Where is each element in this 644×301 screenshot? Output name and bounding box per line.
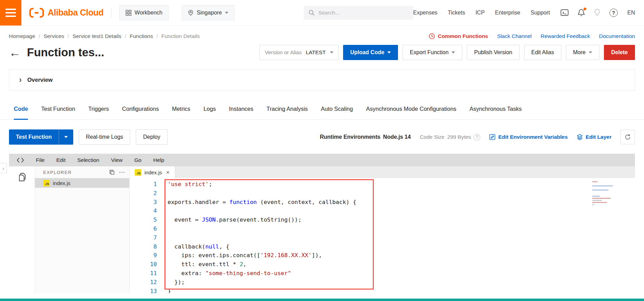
upload-code-button[interactable]: Upload Code [343, 45, 398, 60]
edit-environment-variables-link[interactable]: Edit Environment Variables [489, 134, 568, 140]
tab-test-function[interactable]: Test Function [41, 106, 75, 120]
publish-version-button[interactable]: Publish Version [467, 45, 519, 60]
files-explorer-icon[interactable] [17, 172, 27, 293]
code-token: (event, context, callback) { [257, 199, 356, 205]
workbench-button[interactable]: Workbench [119, 5, 169, 20]
export-function-button[interactable]: Export Function [402, 45, 462, 60]
code-text: }); [157, 278, 185, 287]
tab-auto-scaling[interactable]: Auto Scaling [321, 106, 353, 120]
open-editors-icon[interactable] [109, 169, 115, 175]
edit-env-label: Edit Environment Variables [498, 134, 568, 140]
menu-item-view[interactable]: View [111, 157, 122, 163]
overview-label: Overview [27, 77, 53, 83]
file-name: index.js [53, 180, 70, 186]
runtime-value: Node.js 14 [383, 134, 411, 140]
code-editor[interactable]: 1'use strict';23exports.handler = functi… [130, 178, 635, 293]
deploy-button[interactable]: Deploy [136, 129, 168, 145]
minimap[interactable] [592, 181, 614, 207]
menu-item-go[interactable]: Go [134, 157, 142, 163]
notifications-bell-icon[interactable] [578, 9, 585, 17]
topbar-nav-item-expenses[interactable]: Expenses [413, 10, 437, 16]
code-token: 2 [240, 261, 243, 268]
breadcrumb-item[interactable]: Services [44, 33, 64, 39]
menu-item-file[interactable]: File [36, 157, 45, 163]
breadcrumb-item[interactable]: Functions [130, 33, 153, 39]
slack-channel-link[interactable]: Slack Channel [497, 33, 532, 39]
lightbulb-icon[interactable] [594, 9, 600, 17]
topbar-nav: ExpensesTicketsICPEnterpriseSupport [413, 10, 550, 16]
topbar-nav-item-enterprise[interactable]: Enterprise [495, 10, 520, 16]
more-actions-icon[interactable]: ⋯ [119, 169, 125, 175]
code-text: ttl: event.ttl * 2, [157, 260, 247, 269]
logo-text: Alibaba Cloud [48, 8, 104, 18]
line-number: 1 [130, 180, 157, 189]
panel-expander[interactable]: › [0, 163, 7, 173]
language-switcher[interactable]: EN [627, 10, 635, 16]
tab-tracing-analysis[interactable]: Tracing Analysis [266, 106, 308, 120]
edit-layer-label: Edit Layer [586, 134, 612, 140]
back-arrow-icon[interactable]: ← [9, 47, 21, 58]
code-token: .parse(event.toString()); [216, 216, 301, 223]
action-bar: Test Function Real-time Logs Deploy Runt… [0, 129, 644, 145]
console-terminal-icon[interactable] [560, 9, 569, 16]
tab-code[interactable]: Code [14, 106, 28, 120]
topbar-nav-item-icp[interactable]: ICP [475, 10, 485, 16]
code-token: 'use strict' [168, 181, 209, 187]
breadcrumb-row: Homepage/Services/Service test1 Details/… [0, 33, 644, 39]
editor-tab-indexjs[interactable]: JS index.js × [130, 166, 175, 178]
breadcrumb: Homepage/Services/Service test1 Details/… [9, 33, 200, 39]
edit-alias-button[interactable]: Edit Alias [524, 45, 561, 60]
minimap-line [592, 200, 602, 201]
documentation-link[interactable]: Documentation [599, 33, 635, 39]
editor-tab-label: index.js [144, 169, 162, 175]
code-text: 'use strict'; [157, 180, 212, 189]
tab-triggers[interactable]: Triggers [88, 106, 109, 120]
line-number: 10 [130, 260, 157, 269]
delete-button[interactable]: Delete [604, 45, 635, 60]
edit-layer-link[interactable]: Edit Layer [577, 134, 612, 140]
javascript-file-icon: JS [135, 169, 141, 176]
explorer-actions: ⋯ [109, 169, 125, 175]
more-button[interactable]: More [566, 45, 599, 60]
explorer-panel: EXPLORER ⋯ JS index.js [35, 166, 130, 293]
info-question-icon[interactable]: ? [474, 134, 480, 140]
realtime-logs-button[interactable]: Real-time Logs [79, 129, 131, 145]
code-token: ]), [312, 252, 322, 259]
code-line: 9 ips: event.ips.concat(['192.168.XX.XX'… [130, 251, 635, 260]
minimap-line [592, 190, 608, 191]
overview-panel[interactable]: › Overview [9, 69, 635, 90]
test-function-button[interactable]: Test Function [9, 129, 59, 145]
menu-item-selection[interactable]: Selection [77, 157, 100, 163]
topbar-nav-item-tickets[interactable]: Tickets [448, 10, 465, 16]
tab-metrics[interactable]: Metrics [172, 106, 190, 120]
tab-logs[interactable]: Logs [203, 106, 216, 120]
topbar: Alibaba Cloud Workbench Singapore [0, 0, 644, 26]
test-function-split-button[interactable]: Test Function [9, 129, 73, 145]
hamburger-menu-icon[interactable] [0, 0, 21, 26]
menu-item-help[interactable]: Help [153, 157, 164, 163]
help-icon[interactable]: ? [609, 9, 618, 17]
rewarded-feedback-link[interactable]: Rewarded Feedback [541, 33, 590, 39]
version-alias-select[interactable]: Version or Alias LATEST [259, 45, 338, 60]
breadcrumb-item[interactable]: Homepage [9, 33, 35, 39]
close-icon[interactable]: × [166, 169, 170, 175]
runtime-environment: Runtime Environments Node.js 14 [320, 134, 411, 140]
global-search[interactable] [304, 6, 413, 20]
file-tree-item-indexjs[interactable]: JS index.js [35, 178, 129, 188]
menu-item-edit[interactable]: Edit [56, 157, 66, 163]
breadcrumb-item[interactable]: Service test1 Details [73, 33, 121, 39]
region-selector[interactable]: Singapore [182, 5, 235, 20]
code-token: '192.168.XX.XX' [260, 252, 312, 259]
editor-column: JS index.js × 1'use strict';23exports.ha… [130, 166, 635, 293]
tab-asynchronous-mode-configurations[interactable]: Asynchronous Mode Configurations [366, 106, 456, 120]
search-input[interactable] [318, 10, 408, 16]
tab-asynchronous-tasks[interactable]: Asynchronous Tasks [470, 106, 522, 120]
common-functions-link[interactable]: Common Functions [429, 33, 488, 39]
topbar-nav-item-support[interactable]: Support [531, 10, 550, 16]
alibaba-cloud-logo[interactable]: Alibaba Cloud [29, 8, 104, 18]
tab-configurations[interactable]: Configurations [122, 106, 159, 120]
tab-instances[interactable]: Instances [229, 106, 254, 120]
location-pin-icon [188, 10, 193, 16]
refresh-button[interactable] [621, 130, 635, 144]
test-function-dropdown[interactable] [59, 129, 73, 145]
